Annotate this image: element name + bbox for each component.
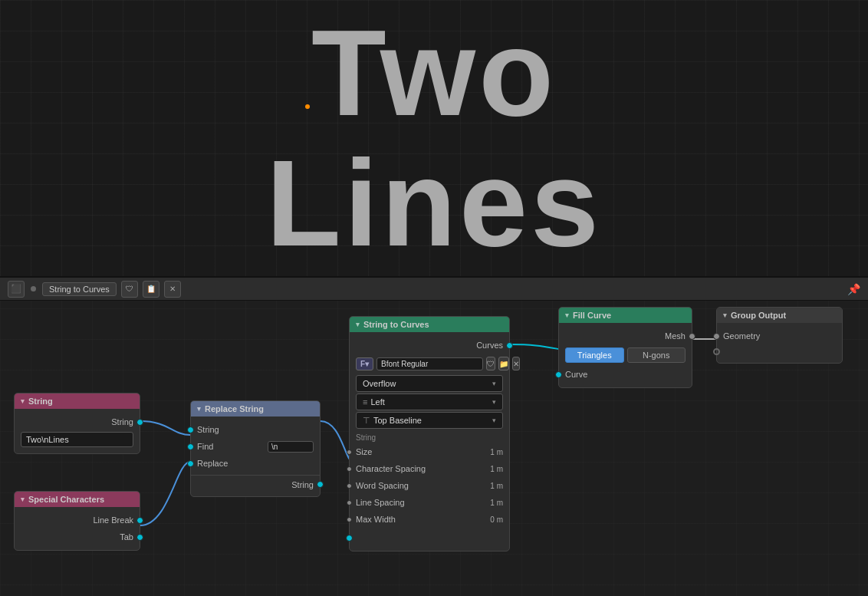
- stc-wordspace-value: 1 m: [490, 482, 503, 490]
- font-shield-icon[interactable]: 🛡: [486, 357, 495, 370]
- stc-curves-out-row: Curves: [350, 337, 509, 354]
- string-to-curves-node: ▾ String to Curves Curves F▾ 🛡 📁 ✕: [349, 316, 510, 552]
- text-preview: Two Lines: [0, 0, 868, 276]
- rs-find-row: Find: [191, 438, 320, 455]
- text-line-2: Lines: [266, 142, 602, 265]
- shield-icon[interactable]: 🛡: [121, 281, 138, 298]
- stc-maxwidth-row: Max Width 0 m: [350, 511, 509, 528]
- stc-wordspace-label: Word Spacing: [356, 481, 490, 490]
- overflow-chevron: ▾: [492, 380, 496, 387]
- align-dropdown[interactable]: ≡ Left ▾: [356, 393, 503, 410]
- copy-icon[interactable]: 📋: [143, 281, 159, 298]
- rs-string-row: String: [191, 421, 320, 438]
- rs-string-in-socket[interactable]: [187, 426, 194, 433]
- go-geometry-row: Geometry: [717, 328, 842, 344]
- stc-curves-out-label: Curves: [476, 341, 503, 350]
- node-editor[interactable]: ⬛ String to Curves 🛡 📋 ✕ 📌 ▾ String: [0, 278, 868, 596]
- go-extra-socket[interactable]: [713, 348, 720, 355]
- stc-charspace-value: 1 m: [490, 465, 503, 473]
- font-folder-icon[interactable]: 📁: [498, 357, 509, 370]
- tab-socket[interactable]: [136, 534, 143, 541]
- baseline-icon: ⊤: [363, 416, 370, 426]
- stc-charspace-row: Character Spacing 1 m: [350, 460, 509, 477]
- font-type-button[interactable]: F▾: [356, 357, 373, 370]
- stc-size-socket[interactable]: [347, 449, 352, 455]
- pin-icon[interactable]: 📌: [847, 283, 860, 295]
- node-toolbar: ⬛ String to Curves 🛡 📋 ✕ 📌: [0, 278, 868, 301]
- rs-find-input[interactable]: [268, 441, 314, 453]
- special-chars-body: Line Break Tab: [15, 507, 140, 550]
- align-chevron: ▾: [492, 398, 496, 406]
- toolbar-separator: [31, 286, 36, 291]
- special-chars-header: ▾ Special Characters: [15, 492, 140, 507]
- fc-mesh-socket[interactable]: [689, 333, 695, 340]
- line-break-row: Line Break: [15, 512, 140, 528]
- stc-linespace-socket[interactable]: [347, 500, 352, 505]
- stc-maxwidth-label: Max Width: [356, 515, 490, 524]
- fill-curve-body: Mesh Triangles N-gons Curve: [559, 323, 692, 387]
- group-output-title: Group Output: [731, 311, 786, 320]
- stc-string-in-socket[interactable]: [346, 535, 353, 542]
- go-geometry-socket[interactable]: [713, 333, 720, 340]
- node-type-icon[interactable]: ⬛: [8, 281, 25, 298]
- group-output-header: ▾ Group Output: [717, 308, 842, 323]
- stc-charspace-socket[interactable]: [347, 466, 352, 472]
- fc-curve-socket[interactable]: [555, 371, 562, 378]
- collapse-arrow-rs[interactable]: ▾: [197, 405, 201, 413]
- nodes-area: ▾ String String ▾ Special Characters: [0, 301, 868, 596]
- fc-mode-row: Triangles N-gons: [559, 344, 692, 366]
- stc-charspace-label: Character Spacing: [356, 464, 490, 473]
- fc-ngons-btn[interactable]: N-gons: [627, 347, 686, 363]
- collapse-arrow-sc[interactable]: ▾: [21, 496, 25, 503]
- stc-linespace-row: Line Spacing 1 m: [350, 494, 509, 511]
- rs-output-row: String: [191, 475, 320, 492]
- collapse-arrow-stc[interactable]: ▾: [356, 321, 360, 328]
- fc-curve-label: Curve: [565, 370, 587, 379]
- stc-wordspace-row: Word Spacing 1 m: [350, 477, 509, 494]
- close-icon[interactable]: ✕: [164, 281, 181, 298]
- rs-output-label: String: [291, 480, 314, 489]
- rs-string-label: String: [197, 425, 219, 434]
- string-node-title: String: [28, 397, 53, 406]
- string-output-socket[interactable]: [136, 419, 143, 426]
- stc-font-row: F▾ 🛡 📁 ✕: [350, 354, 509, 374]
- rs-replace-socket[interactable]: [187, 460, 194, 467]
- overflow-label: Overflow: [363, 379, 396, 388]
- rs-find-socket[interactable]: [187, 443, 194, 450]
- baseline-dropdown[interactable]: ⊤ Top Baseline ▾: [356, 412, 503, 429]
- rs-output-socket[interactable]: [317, 481, 324, 488]
- tab-label: Tab: [120, 532, 133, 542]
- string-node: ▾ String String: [14, 393, 140, 454]
- stc-string-section: String: [350, 430, 509, 443]
- stc-header: ▾ String to Curves: [350, 317, 509, 332]
- fc-mesh-row: Mesh: [559, 328, 692, 344]
- replace-string-header: ▾ Replace String: [191, 401, 320, 417]
- collapse-arrow-fc[interactable]: ▾: [565, 311, 569, 319]
- fc-triangles-btn[interactable]: Triangles: [565, 347, 624, 363]
- special-characters-node: ▾ Special Characters Line Break Tab: [14, 491, 140, 551]
- tab-row: Tab: [15, 528, 140, 545]
- collapse-arrow[interactable]: ▾: [21, 397, 25, 405]
- node-editor-title: String to Curves: [42, 282, 117, 296]
- stc-curves-out-socket[interactable]: [506, 342, 513, 349]
- font-clear-icon[interactable]: ✕: [512, 357, 520, 370]
- stc-wordspace-socket[interactable]: [347, 483, 352, 489]
- stc-linespace-value: 1 m: [490, 499, 503, 507]
- align-label: Left: [370, 397, 384, 407]
- stc-maxwidth-socket[interactable]: [347, 517, 352, 522]
- align-icon: ≡: [363, 397, 367, 407]
- baseline-chevron: ▾: [492, 417, 496, 424]
- string-value-input[interactable]: [21, 432, 133, 447]
- stc-linespace-label: Line Spacing: [356, 498, 490, 507]
- line-break-socket[interactable]: [136, 517, 143, 524]
- 3d-viewport: Two Lines: [0, 0, 868, 276]
- go-geometry-label: Geometry: [723, 331, 760, 341]
- stc-string-in-row: [350, 529, 509, 546]
- font-name-input[interactable]: [376, 357, 483, 370]
- group-output-node: ▾ Group Output Geometry: [716, 307, 843, 364]
- overflow-dropdown[interactable]: Overflow ▾: [356, 375, 503, 392]
- stc-maxwidth-value: 0 m: [490, 515, 503, 524]
- replace-string-title: Replace String: [205, 404, 264, 413]
- rs-replace-label: Replace: [197, 459, 228, 468]
- collapse-arrow-go[interactable]: ▾: [723, 311, 727, 319]
